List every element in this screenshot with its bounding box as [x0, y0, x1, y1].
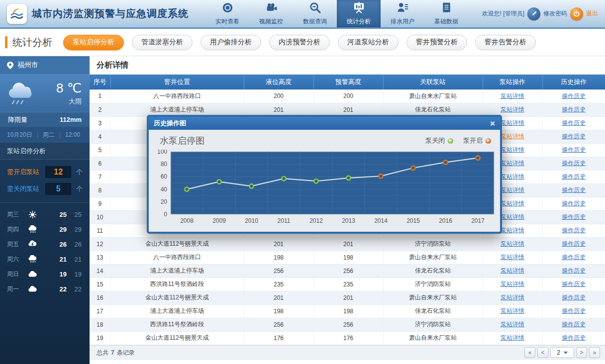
stat-value-box: 5 [45, 183, 71, 195]
pump-detail-link[interactable]: 泵站详情 [501, 213, 524, 220]
operation-history-link[interactable]: 操作历史 [562, 173, 586, 180]
operation-history-link[interactable]: 操作历史 [562, 160, 586, 167]
related-station: 萧山自来水厂泵站 [383, 331, 483, 345]
logout-label[interactable]: 退出 [586, 9, 598, 18]
operation-history-link[interactable]: 操作历史 [562, 321, 586, 328]
tab-waterlogging-warning[interactable]: 内涝预警分析 [269, 35, 330, 50]
nav-item-label: 排水用户 [391, 17, 414, 26]
close-icon[interactable]: × [490, 119, 495, 128]
operation-history-link[interactable]: 操作历史 [562, 186, 586, 193]
operation-history-link[interactable]: 操作历史 [562, 254, 586, 261]
tab-river-pump[interactable]: 河道泵站分析 [338, 35, 399, 50]
svg-text:100: 100 [157, 150, 167, 155]
pump-operation-cell: 泵站详情 [483, 318, 542, 331]
column-header: 关联泵站 [383, 75, 483, 90]
forecast-day: 周一 [7, 285, 26, 293]
svg-text:2012: 2012 [309, 217, 323, 224]
pump-detail-link[interactable]: 泵站详情 [501, 160, 524, 167]
pump-detail-link[interactable]: 泵站详情 [501, 173, 524, 180]
pump-detail-link[interactable]: 泵站详情 [501, 227, 524, 234]
level-height: 198 [244, 251, 313, 264]
pagination-prev-button[interactable]: < [537, 347, 548, 358]
pump-detail-link[interactable]: 泵站详情 [501, 267, 524, 274]
modal-titlebar: 历史操作图 × [149, 117, 500, 130]
table-row: 2浦上大道浦上停车场201201佳龙石化泵站泵站详情操作历史 [90, 103, 605, 116]
operation-history-link[interactable]: 操作历史 [562, 106, 586, 113]
operation-history-link[interactable]: 操作历史 [562, 92, 586, 99]
tab-pipe-silting[interactable]: 管道淤塞分析 [132, 35, 193, 50]
operation-history-link[interactable]: 操作历史 [562, 133, 586, 140]
nav-item-stats-analysis[interactable]: 统计分析 [337, 0, 381, 27]
pump-operation-cell: 泵站详情 [483, 237, 542, 251]
svg-text:60: 60 [161, 173, 168, 180]
sun-icon [26, 210, 39, 219]
pump-detail-link[interactable]: 泵站详情 [501, 307, 524, 314]
nav-item-drain-users[interactable]: 排水用户 [381, 0, 424, 27]
operation-history-link[interactable]: 操作历史 [562, 267, 586, 274]
pump-detail-link[interactable]: 泵站详情 [501, 254, 524, 261]
operation-history-link[interactable]: 操作历史 [562, 307, 586, 314]
nav-item-label: 视频监控 [259, 17, 283, 26]
legend-item: 泵开启 [463, 136, 491, 145]
operation-history-link[interactable]: 操作历史 [562, 213, 586, 220]
forecast-row: 周五2626 [0, 237, 90, 252]
operation-history-link[interactable]: 操作历史 [562, 200, 586, 207]
pump-detail-link[interactable]: 泵站详情 [501, 321, 524, 328]
history-operation-cell: 操作历史 [542, 291, 605, 304]
pump-detail-link[interactable]: 泵站详情 [501, 240, 524, 247]
pump-detail-link[interactable]: 泵站详情 [501, 106, 524, 113]
operation-history-link[interactable]: 操作历史 [562, 240, 586, 247]
pump-detail-link[interactable]: 泵站详情 [501, 92, 524, 99]
search-icon [309, 1, 321, 16]
pump-detail-link[interactable]: 泵站详情 [501, 146, 524, 153]
pump-detail-link[interactable]: 泵站详情 [501, 186, 524, 193]
nav-item-video-monitor[interactable]: 视频监控 [249, 0, 293, 27]
row-number: 16 [90, 291, 110, 304]
rain-cloud-icon [6, 80, 37, 106]
weekday-text: 周二 [43, 131, 55, 139]
operation-history-link[interactable]: 操作历史 [562, 294, 586, 301]
history-operation-cell: 操作历史 [542, 331, 605, 345]
nav-item-realtime-view[interactable]: 实时查看 [205, 0, 249, 27]
operation-history-link[interactable]: 操作历史 [562, 146, 586, 153]
nav-item-data-query[interactable]: 数据查询 [293, 0, 337, 27]
tab-manhole-alarm[interactable]: 窨井告警分析 [475, 35, 536, 50]
pagination-last-button[interactable]: » [589, 347, 600, 358]
history-operation-cell: 操作历史 [542, 183, 605, 197]
forecast-high-temp: 26 [56, 241, 67, 248]
manhole-location: 浦上大道浦上停车场 [110, 103, 244, 116]
pagination-next-button[interactable]: > [576, 347, 587, 358]
pump-detail-link[interactable]: 泵站详情 [501, 133, 524, 140]
total-count: 7 [111, 349, 114, 356]
pump-operation-cell: 泵站详情 [483, 90, 542, 103]
pump-detail-link[interactable]: 泵站详情 [501, 334, 524, 341]
tab-pump-start-stop[interactable]: 泵站启停分析 [63, 35, 124, 50]
nav-item-base-data[interactable]: 基础数据 [424, 0, 468, 27]
change-password-label[interactable]: 修改密码 [543, 9, 567, 18]
operation-history-link[interactable]: 操作历史 [562, 334, 586, 341]
logout-button[interactable] [570, 7, 583, 20]
row-number: 5 [90, 143, 110, 157]
tab-illegal-discharge[interactable]: 用户偷排分析 [201, 35, 261, 50]
pump-detail-link[interactable]: 泵站详情 [501, 119, 524, 126]
warning-height: 198 [313, 304, 383, 318]
change-password-button[interactable] [527, 7, 540, 20]
row-number: 7 [90, 170, 110, 183]
modal-title: 历史操作图 [154, 119, 186, 128]
related-station: 济宁消防泵站 [383, 237, 483, 251]
operation-history-link[interactable]: 操作历史 [562, 119, 586, 126]
pump-detail-link[interactable]: 泵站详情 [501, 280, 524, 287]
pump-stats: 需开启泵站12个需关闭泵站5个 [0, 160, 90, 203]
operation-history-link[interactable]: 操作历史 [562, 280, 586, 287]
pump-detail-link[interactable]: 泵站详情 [501, 294, 524, 301]
table-row: 15西洪路11号祭酒岭段235235济宁消防泵站泵站详情操作历史 [90, 277, 605, 291]
pagination-first-button[interactable]: « [524, 347, 535, 358]
history-operation-cell: 操作历史 [542, 157, 605, 170]
forecast-day: 周三 [7, 210, 26, 219]
related-station: 萧山自来水厂泵站 [383, 291, 483, 304]
operation-history-link[interactable]: 操作历史 [562, 227, 586, 234]
pump-detail-link[interactable]: 泵站详情 [501, 200, 524, 207]
forecast-row: 周一2222 [0, 281, 90, 296]
tab-manhole-warning[interactable]: 窨井预警分析 [406, 35, 467, 50]
pagination-page-select[interactable]: 2 [550, 347, 574, 358]
